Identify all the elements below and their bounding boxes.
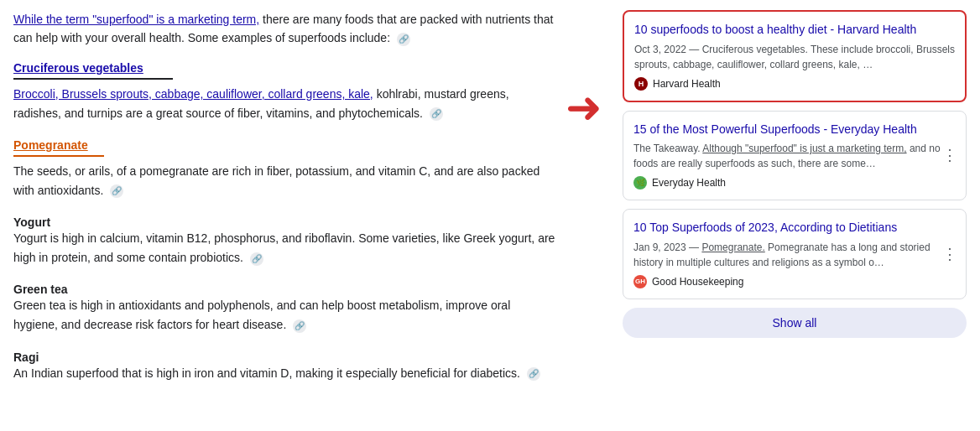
- section-body-green-tea: Green tea is high in antioxidants and po…: [13, 296, 555, 335]
- result-title-gh[interactable]: 10 Top Superfoods of 2023, According to …: [633, 220, 956, 236]
- snippet-gh-linked: Pomegranate.: [701, 241, 764, 253]
- ragi-link-icon[interactable]: 🔗: [527, 367, 540, 381]
- section-cruciferous: Cruciferous vegetables Broccoli, Brussel…: [13, 61, 555, 123]
- right-column: 10 superfoods to boost a healthy diet - …: [623, 10, 967, 398]
- pomegranate-text: The seeds, or arils, of a pomegranate ar…: [13, 164, 540, 197]
- source-name-gh: Good Housekeeping: [652, 276, 743, 288]
- result-source-everyday: 🌿 Everyday Health: [633, 176, 956, 190]
- result-title-everyday[interactable]: 15 of the Most Powerful Superfoods - Eve…: [633, 122, 956, 138]
- section-pomegranate: Pomegranate The seeds, or arils, of a po…: [13, 138, 555, 200]
- section-body-ragi: An Indian superfood that is high in iron…: [13, 364, 555, 383]
- result-menu-everyday[interactable]: ⋮: [942, 148, 957, 163]
- red-arrow-icon: ➜: [566, 86, 602, 129]
- cruciferous-link-icon[interactable]: 🔗: [430, 107, 443, 121]
- source-name-harvard: Harvard Health: [653, 78, 721, 90]
- intro-paragraph: While the term "superfood" is a marketin…: [13, 10, 555, 48]
- section-yogurt: Yogurt Yogurt is high in calcium, vitami…: [13, 216, 555, 267]
- section-body-pomegranate: The seeds, or arils, of a pomegranate ar…: [13, 162, 555, 200]
- pomegranate-link-icon[interactable]: 🔗: [110, 184, 123, 198]
- result-title-harvard[interactable]: 10 superfoods to boost a healthy diet - …: [634, 22, 955, 39]
- red-arrow-container: ➜: [566, 10, 602, 398]
- section-ragi: Ragi An Indian superfood that is high in…: [13, 351, 555, 383]
- green-tea-link-icon[interactable]: 🔗: [293, 319, 306, 333]
- section-title-ragi: Ragi: [13, 351, 555, 364]
- result-source-harvard: H Harvard Health: [634, 77, 955, 91]
- result-menu-gh[interactable]: ⋮: [942, 247, 957, 262]
- underline-bar-cruciferous: [13, 78, 173, 80]
- cruciferous-link-text[interactable]: Broccoli, Brussels sprouts, cabbage, cau…: [13, 87, 373, 101]
- yogurt-text: Yogurt is high in calcium, vitamin B12, …: [13, 231, 555, 264]
- section-body-cruciferous: Broccoli, Brussels sprouts, cabbage, cau…: [13, 85, 555, 123]
- section-title-cruciferous[interactable]: Cruciferous vegetables: [13, 61, 555, 80]
- green-tea-text: Green tea is high in antioxidants and po…: [13, 299, 510, 331]
- result-card-everyday: 15 of the Most Powerful Superfoods - Eve…: [623, 111, 967, 201]
- section-title-pomegranate[interactable]: Pomegranate: [13, 138, 555, 157]
- source-name-everyday: Everyday Health: [652, 177, 726, 189]
- section-body-yogurt: Yogurt is high in calcium, vitamin B12, …: [13, 229, 555, 267]
- section-green-tea: Green tea Green tea is high in antioxida…: [13, 283, 555, 335]
- snippet-everyday-linked: Although "superfood" is just a marketing…: [702, 143, 906, 154]
- result-snippet-everyday: The Takeaway. Although "superfood" is ju…: [633, 141, 956, 171]
- result-source-gh: GH Good Housekeeping: [633, 275, 956, 288]
- underline-bar-pomegranate: [13, 155, 104, 157]
- favicon-gh: GH: [633, 275, 647, 288]
- left-column: While the term "superfood" is a marketin…: [13, 10, 555, 398]
- show-all-button[interactable]: Show all: [623, 308, 967, 338]
- section-title-green-tea: Green tea: [13, 283, 555, 296]
- result-snippet-harvard: Oct 3, 2022 — Cruciferous vegetables. Th…: [634, 42, 955, 72]
- result-snippet-gh: Jan 9, 2023 — Pomegranate. Pomegranate h…: [633, 240, 956, 270]
- favicon-harvard: H: [634, 77, 648, 91]
- intro-link[interactable]: While the term "superfood" is a marketin…: [13, 13, 259, 26]
- result-card-gh: 10 Top Superfoods of 2023, According to …: [623, 209, 967, 299]
- yogurt-link-icon[interactable]: 🔗: [250, 252, 263, 266]
- main-layout: While the term "superfood" is a marketin…: [0, 0, 980, 408]
- snippet-everyday-before: The Takeaway.: [633, 143, 702, 154]
- result-card-harvard: 10 superfoods to boost a healthy diet - …: [623, 10, 967, 102]
- ragi-text: An Indian superfood that is high in iron…: [13, 366, 520, 380]
- section-title-yogurt: Yogurt: [13, 216, 555, 229]
- snippet-gh-before: Jan 9, 2023 —: [633, 241, 701, 253]
- intro-link-icon[interactable]: 🔗: [397, 33, 410, 46]
- favicon-everyday: 🌿: [633, 176, 647, 190]
